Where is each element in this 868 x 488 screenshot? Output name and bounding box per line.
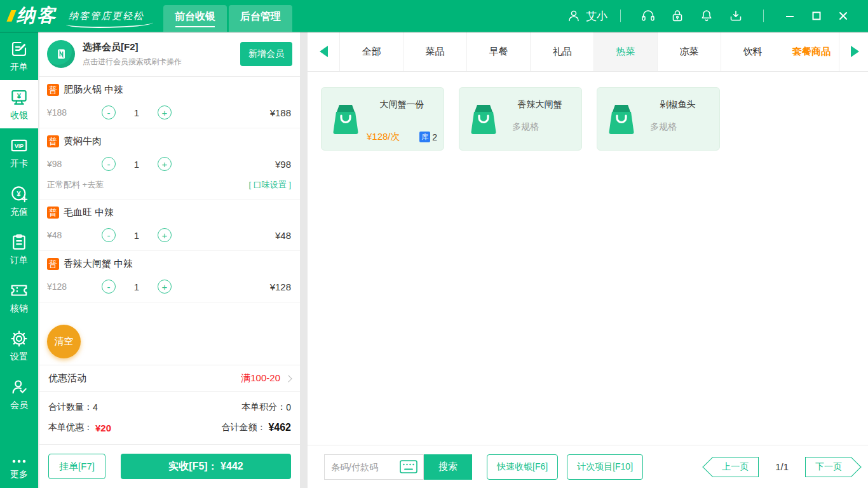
product-price: ¥128/次 bbox=[367, 131, 400, 143]
qty-minus-button[interactable]: - bbox=[102, 280, 116, 294]
category-tab-gifts[interactable]: 礼品 bbox=[530, 32, 593, 71]
category-scroll-left-button[interactable] bbox=[308, 32, 339, 71]
vip-card-icon: VIP bbox=[10, 136, 29, 155]
svg-text:¥: ¥ bbox=[17, 92, 22, 99]
cashier-monitor-icon: ¥ bbox=[10, 88, 29, 107]
tab-backend-admin[interactable]: 后台管理 bbox=[229, 5, 292, 32]
clear-cart-button[interactable]: 清空 bbox=[47, 325, 81, 358]
category-scroll-right-button[interactable] bbox=[839, 32, 868, 71]
logo-accent bbox=[6, 10, 16, 22]
quick-cashier-button[interactable]: 快速收银[F6] bbox=[487, 454, 558, 480]
user-menu[interactable]: 艾小 bbox=[567, 9, 607, 24]
item-unit-price: ¥48 bbox=[47, 230, 102, 240]
qty-minus-button[interactable]: - bbox=[102, 157, 116, 171]
item-unit-price: ¥188 bbox=[47, 107, 102, 118]
cart-item: 普 香辣大闸蟹 中辣 ¥128 - 1 + ¥128 bbox=[39, 251, 300, 302]
qty-minus-button[interactable]: - bbox=[102, 105, 116, 119]
item-name: 肥肠火锅 中辣 bbox=[64, 84, 123, 96]
category-tab-drinks[interactable]: 饮料 bbox=[721, 32, 784, 71]
counting-item-button[interactable]: 计次项目[F10] bbox=[567, 454, 643, 480]
barcode-input[interactable] bbox=[325, 462, 400, 472]
minimize-button[interactable] bbox=[785, 11, 795, 21]
qty-total-value: 4 bbox=[93, 402, 98, 412]
sidebar-item-open-card[interactable]: VIP 开卡 bbox=[0, 128, 38, 177]
item-total: ¥128 bbox=[270, 281, 291, 292]
item-qty: 1 bbox=[116, 230, 158, 241]
product-card[interactable]: 剁椒鱼头 多规格 bbox=[597, 87, 720, 151]
cart-item: 普 黄焖牛肉 ¥98 - 1 + ¥98 正常配料 +去葱 [ 口味设置 ] bbox=[39, 128, 300, 200]
qty-plus-button[interactable]: + bbox=[158, 157, 172, 171]
next-page-button[interactable]: 下一页 bbox=[805, 457, 851, 477]
prev-page-button[interactable]: 上一页 bbox=[712, 457, 759, 477]
product-grid: 大闸蟹一份 ¥128/次 库 2 香辣大闸蟹 bbox=[308, 72, 868, 445]
sidebar-item-verify[interactable]: 核销 bbox=[0, 273, 38, 322]
sidebar-item-more[interactable]: 更多 bbox=[0, 449, 38, 488]
qty-plus-button[interactable]: + bbox=[158, 105, 172, 119]
username: 艾小 bbox=[586, 9, 607, 24]
category-tab-dishes[interactable]: 菜品 bbox=[403, 32, 466, 71]
slogan-text: 纳客管店更轻松 bbox=[69, 10, 144, 22]
scan-bar: 搜索 快速收银[F6] 计次项目[F10] 上一页 1/1 下一页 bbox=[308, 445, 868, 488]
product-spec: 多规格 bbox=[650, 121, 713, 133]
select-member-action[interactable]: 选择会员[F2] 点击进行会员搜索或刷卡操作 bbox=[83, 41, 182, 67]
category-tab-combo[interactable]: 套餐商品 bbox=[784, 32, 839, 71]
shopping-bag-icon bbox=[606, 102, 637, 135]
sidebar: 开单 ¥ 收银 VIP 开卡 ¥ 充值 bbox=[0, 32, 38, 488]
product-card[interactable]: 香辣大闸蟹 多规格 bbox=[459, 87, 582, 151]
qty-total-label: 合计数量： bbox=[48, 402, 93, 413]
headset-icon[interactable] bbox=[641, 8, 656, 24]
sidebar-item-open-order[interactable]: 开单 bbox=[0, 32, 38, 80]
item-name: 毛血旺 中辣 bbox=[64, 207, 114, 219]
download-icon[interactable] bbox=[728, 8, 743, 24]
category-tab-cold-dishes[interactable]: 凉菜 bbox=[657, 32, 721, 71]
cart-item: 普 肥肠火锅 中辣 ¥188 - 1 + ¥188 bbox=[39, 77, 300, 128]
product-name: 剁椒鱼头 bbox=[642, 99, 713, 111]
tab-front-cashier[interactable]: 前台收银 bbox=[163, 5, 227, 32]
bell-icon[interactable] bbox=[699, 8, 714, 24]
flavor-settings-link[interactable]: [ 口味设置 ] bbox=[249, 179, 291, 191]
lock-icon[interactable] bbox=[670, 8, 685, 24]
sidebar-item-recharge[interactable]: ¥ 充值 bbox=[0, 177, 38, 225]
item-type-badge: 普 bbox=[47, 135, 59, 147]
category-tab-hot-dishes[interactable]: 热菜 bbox=[593, 32, 657, 71]
hold-order-button[interactable]: 挂单[F7] bbox=[48, 454, 105, 479]
member-subtitle: 点击进行会员搜索或刷卡操作 bbox=[83, 57, 182, 67]
qty-plus-button[interactable]: + bbox=[158, 280, 172, 294]
chevron-right-icon bbox=[285, 375, 292, 382]
qty-plus-button[interactable]: + bbox=[158, 228, 172, 242]
item-total: ¥188 bbox=[270, 107, 291, 118]
item-qty: 1 bbox=[116, 281, 158, 292]
item-name: 香辣大闸蟹 中辣 bbox=[64, 258, 133, 270]
add-member-button[interactable]: 新增会员 bbox=[240, 42, 292, 66]
app-logo: 纳客 bbox=[9, 3, 57, 29]
category-tab-all[interactable]: 全部 bbox=[339, 32, 403, 71]
sidebar-item-settings[interactable]: 设置 bbox=[0, 322, 38, 370]
cart-item: 普 毛血旺 中辣 ¥48 - 1 + ¥48 bbox=[39, 200, 300, 251]
maximize-button[interactable] bbox=[811, 11, 822, 21]
keyboard-icon[interactable] bbox=[400, 460, 417, 473]
category-tab-breakfast[interactable]: 早餐 bbox=[466, 32, 530, 71]
cart-panel: 选择会员[F2] 点击进行会员搜索或刷卡操作 新增会员 普 肥肠火锅 中辣 ¥1… bbox=[39, 32, 300, 488]
qty-minus-button[interactable]: - bbox=[102, 228, 116, 242]
promo-row[interactable]: 优惠活动 满100-20 bbox=[39, 365, 300, 391]
user-icon bbox=[567, 9, 581, 23]
checkout-button[interactable]: 实收[F5]： ¥442 bbox=[121, 454, 291, 479]
sidebar-item-members[interactable]: 会员 bbox=[0, 370, 38, 418]
product-card[interactable]: 大闸蟹一份 ¥128/次 库 2 bbox=[321, 87, 444, 151]
product-name: 大闸蟹一份 bbox=[367, 99, 437, 111]
item-type-badge: 普 bbox=[47, 207, 59, 219]
gear-icon bbox=[10, 329, 29, 348]
logo-text: 纳客 bbox=[17, 3, 57, 29]
search-button[interactable]: 搜索 bbox=[424, 454, 472, 480]
more-dots-icon bbox=[10, 457, 29, 466]
stock-badge: 库 bbox=[419, 132, 430, 142]
close-button[interactable] bbox=[838, 11, 848, 21]
sidebar-item-cashier[interactable]: ¥ 收银 bbox=[0, 80, 38, 128]
order-pen-icon bbox=[10, 39, 29, 58]
item-type-badge: 普 bbox=[47, 258, 59, 270]
sidebar-item-orders[interactable]: 订单 bbox=[0, 225, 38, 273]
stock-count: 2 bbox=[432, 132, 437, 142]
item-type-badge: 普 bbox=[47, 84, 59, 96]
item-note: 正常配料 +去葱 bbox=[47, 179, 104, 191]
item-unit-price: ¥128 bbox=[47, 281, 102, 292]
